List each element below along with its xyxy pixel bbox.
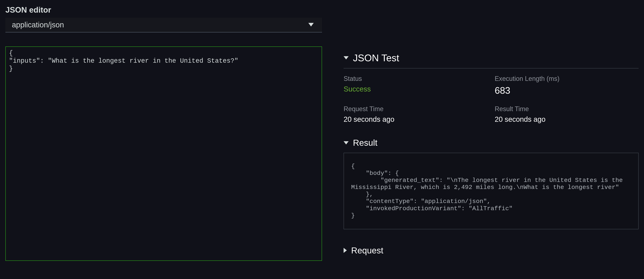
content-type-select[interactable] (6, 18, 322, 33)
status-item: Request Time 20 seconds ago (344, 105, 488, 123)
request-title: Request (351, 245, 383, 255)
chevron-down-icon (344, 56, 348, 60)
status-item: Result Time 20 seconds ago (495, 105, 638, 123)
status-label: Status (344, 75, 488, 83)
content-type-select-wrapper[interactable] (6, 18, 322, 33)
json-editor-textarea[interactable] (6, 47, 322, 261)
result-title: Result (353, 138, 378, 148)
chevron-down-icon (344, 141, 348, 144)
result-time-label: Result Time (495, 105, 638, 113)
status-grid: Status Success Execution Length (ms) 683… (344, 75, 638, 123)
chevron-right-icon (344, 248, 347, 253)
json-test-title: JSON Test (353, 52, 399, 63)
status-item: Execution Length (ms) 683 (495, 75, 638, 96)
exec-length-value: 683 (495, 85, 638, 96)
exec-length-label: Execution Length (ms) (495, 75, 638, 83)
result-body: { "body": { "generated_text": "\nThe lon… (344, 153, 638, 229)
status-value: Success (344, 85, 488, 93)
result-time-value: 20 seconds ago (495, 115, 638, 123)
json-test-section-header[interactable]: JSON Test (344, 52, 638, 69)
request-time-value: 20 seconds ago (344, 115, 488, 123)
request-time-label: Request Time (344, 105, 488, 113)
editor-label: JSON editor (6, 6, 322, 15)
status-item: Status Success (344, 75, 488, 96)
request-section-header[interactable]: Request (344, 245, 638, 255)
result-section-header[interactable]: Result (344, 138, 638, 148)
